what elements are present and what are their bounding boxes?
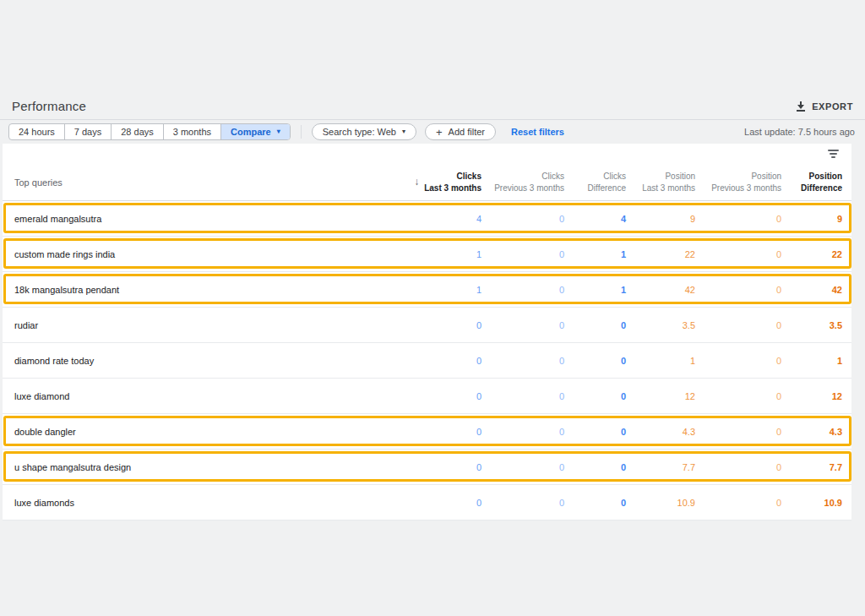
queries-table-card: Top queries ↓ ClicksLast 3 months Clicks… xyxy=(3,144,851,521)
download-icon xyxy=(796,101,806,112)
table-row[interactable]: custom made rings india 1 0 1 22 0 22 xyxy=(3,237,851,272)
page-top-spacer xyxy=(0,0,865,93)
filter-list-icon[interactable] xyxy=(828,150,839,158)
search-type-dropdown[interactable]: Search type: Web ▾ xyxy=(312,123,416,140)
reset-filters-link[interactable]: Reset filters xyxy=(511,127,564,137)
position-previous-cell: 0 xyxy=(695,249,781,259)
position-last-cell: 42 xyxy=(626,285,695,295)
column-header-position-last[interactable]: PositionLast 3 months xyxy=(626,171,695,194)
clicks-difference-cell: 0 xyxy=(564,356,626,366)
chevron-down-icon: ▾ xyxy=(277,128,280,135)
query-cell: u shape mangalsutra design xyxy=(3,462,414,472)
clicks-last-cell: 4 xyxy=(414,214,481,224)
column-header-top-queries[interactable]: Top queries xyxy=(3,177,414,188)
chevron-down-icon: ▾ xyxy=(402,128,405,135)
clicks-difference-cell: 0 xyxy=(564,427,626,437)
clicks-previous-cell: 0 xyxy=(481,320,564,330)
clicks-difference-cell: 1 xyxy=(564,249,626,259)
tab-compare[interactable]: Compare ▾ xyxy=(220,124,290,139)
filter-divider xyxy=(301,125,302,139)
tab-3-months[interactable]: 3 months xyxy=(163,124,220,139)
search-type-label: Search type: Web xyxy=(323,127,396,137)
clicks-difference-cell: 1 xyxy=(564,285,626,295)
clicks-previous-cell: 0 xyxy=(481,427,564,437)
clicks-previous-cell: 0 xyxy=(481,498,564,508)
query-cell: 18k mangalsutra pendant xyxy=(3,285,414,295)
table-row[interactable]: double dangler 0 0 0 4.3 0 4.3 xyxy=(3,414,851,450)
column-header-clicks-prev[interactable]: ClicksPrevious 3 months xyxy=(481,171,564,194)
position-previous-cell: 0 xyxy=(695,462,781,472)
position-difference-cell: 42 xyxy=(781,285,842,295)
position-last-cell: 9 xyxy=(626,214,695,224)
position-previous-cell: 0 xyxy=(695,427,781,437)
clicks-last-cell: 1 xyxy=(414,249,481,259)
clicks-previous-cell: 0 xyxy=(481,391,564,401)
clicks-last-cell: 1 xyxy=(414,285,481,295)
add-filter-label: Add filter xyxy=(449,127,485,137)
table-body: emerald mangalsutra 4 0 4 9 0 9 custom m… xyxy=(3,201,851,521)
filter-bar: 24 hours 7 days 28 days 3 months Compare… xyxy=(0,120,865,144)
position-last-cell: 4.3 xyxy=(626,427,695,437)
clicks-last-cell: 0 xyxy=(414,391,481,401)
query-cell: diamond rate today xyxy=(3,356,414,366)
table-header-row: Top queries ↓ ClicksLast 3 months Clicks… xyxy=(3,164,851,201)
tab-28-days[interactable]: 28 days xyxy=(111,124,163,139)
position-difference-cell: 12 xyxy=(781,391,842,401)
query-cell: custom made rings india xyxy=(3,249,414,259)
table-row[interactable]: diamond rate today 0 0 0 1 0 1 xyxy=(3,343,851,379)
date-range-tabs: 24 hours 7 days 28 days 3 months Compare… xyxy=(8,123,291,140)
position-last-cell: 10.9 xyxy=(626,498,695,508)
clicks-last-cell: 0 xyxy=(414,320,481,330)
query-cell: rudiar xyxy=(3,320,414,330)
position-difference-cell: 10.9 xyxy=(781,498,842,508)
column-header-position-diff[interactable]: PositionDifference xyxy=(781,171,842,194)
clicks-difference-cell: 0 xyxy=(564,320,626,330)
clicks-previous-cell: 0 xyxy=(481,285,564,295)
clicks-previous-cell: 0 xyxy=(481,356,564,366)
table-row[interactable]: luxe diamonds 0 0 0 10.9 0 10.9 xyxy=(3,485,851,521)
position-last-cell: 22 xyxy=(626,249,695,259)
query-cell: emerald mangalsutra xyxy=(3,214,414,224)
table-row[interactable]: u shape mangalsutra design 0 0 0 7.7 0 7… xyxy=(3,450,851,485)
position-last-cell: 7.7 xyxy=(626,462,695,472)
clicks-difference-cell: 0 xyxy=(564,498,626,508)
position-previous-cell: 0 xyxy=(695,391,781,401)
tab-24-hours[interactable]: 24 hours xyxy=(9,124,64,139)
clicks-previous-cell: 0 xyxy=(481,214,564,224)
table-row[interactable]: luxe diamond 0 0 0 12 0 12 xyxy=(3,379,851,414)
table-row[interactable]: emerald mangalsutra 4 0 4 9 0 9 xyxy=(3,201,851,237)
page-title: Performance xyxy=(12,99,86,113)
position-previous-cell: 0 xyxy=(695,214,781,224)
clicks-difference-cell: 0 xyxy=(564,391,626,401)
position-previous-cell: 0 xyxy=(695,320,781,330)
position-difference-cell: 3.5 xyxy=(781,320,842,330)
position-last-cell: 3.5 xyxy=(626,320,695,330)
page-header: Performance EXPORT xyxy=(0,93,865,120)
position-last-cell: 12 xyxy=(626,391,695,401)
last-update-text: Last update: 7.5 hours ago xyxy=(744,127,857,137)
export-label: EXPORT xyxy=(812,101,853,112)
position-difference-cell: 7.7 xyxy=(781,462,842,472)
table-row[interactable]: rudiar 0 0 0 3.5 0 3.5 xyxy=(3,308,851,343)
position-difference-cell: 22 xyxy=(781,249,842,259)
column-header-position-prev[interactable]: PositionPrevious 3 months xyxy=(695,171,781,194)
position-last-cell: 1 xyxy=(626,356,695,366)
clicks-previous-cell: 0 xyxy=(481,249,564,259)
position-previous-cell: 0 xyxy=(695,498,781,508)
query-cell: luxe diamond xyxy=(3,391,414,401)
column-header-label: ClicksLast 3 months xyxy=(424,171,481,194)
clicks-previous-cell: 0 xyxy=(481,462,564,472)
position-difference-cell: 9 xyxy=(781,214,842,224)
tab-7-days[interactable]: 7 days xyxy=(64,124,111,139)
position-difference-cell: 4.3 xyxy=(781,427,842,437)
position-previous-cell: 0 xyxy=(695,356,781,366)
table-row[interactable]: 18k mangalsutra pendant 1 0 1 42 0 42 xyxy=(3,272,851,308)
sort-desc-icon: ↓ xyxy=(414,175,419,188)
export-button[interactable]: EXPORT xyxy=(796,101,853,112)
position-previous-cell: 0 xyxy=(695,285,781,295)
clicks-last-cell: 0 xyxy=(414,356,481,366)
column-header-clicks-last[interactable]: ↓ ClicksLast 3 months xyxy=(414,171,481,194)
compare-label: Compare xyxy=(231,127,271,137)
add-filter-button[interactable]: + Add filter xyxy=(425,123,496,140)
column-header-clicks-diff[interactable]: ClicksDifference xyxy=(564,171,626,194)
